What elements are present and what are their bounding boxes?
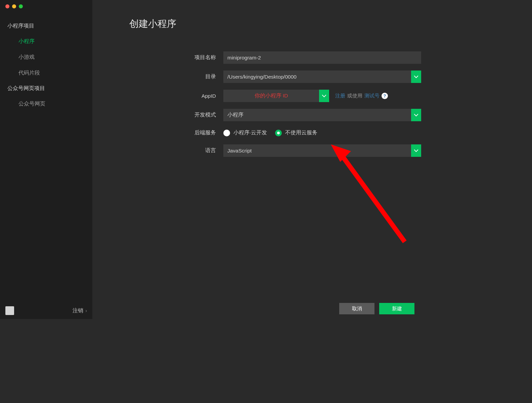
logout-label: 注销 <box>73 307 83 314</box>
chevron-down-icon[interactable] <box>411 144 421 157</box>
radio-icon-selected <box>275 130 282 136</box>
directory-select[interactable]: /Users/kingying/Desktop/0000 <box>223 71 421 83</box>
radio-cloud-dev[interactable]: 小程序·云开发 <box>223 129 267 136</box>
radio-label-cloud: 小程序·云开发 <box>233 129 267 136</box>
window-controls <box>5 4 23 8</box>
main-panel: 创建小程序 项目名称 目录 /Users/kingying/Desktop/00… <box>92 0 421 319</box>
help-icon[interactable]: ? <box>382 93 388 99</box>
language-select[interactable]: JavaScript <box>223 144 421 157</box>
cancel-button[interactable]: 取消 <box>339 303 374 314</box>
label-dev-mode: 开发模式 <box>166 111 223 119</box>
chevron-down-icon[interactable] <box>411 109 421 121</box>
footer: 取消 新建 <box>92 298 421 319</box>
radio-no-cloud[interactable]: 不使用云服务 <box>275 129 317 136</box>
sidebar: 小程序项目 小程序 小游戏 代码片段 公众号网页项目 公众号网页 注销 › <box>0 0 92 319</box>
sidebar-item-minigame[interactable]: 小游戏 <box>0 49 92 65</box>
chevron-right-icon: › <box>85 308 87 313</box>
sidebar-item-miniprogram[interactable]: 小程序 <box>0 34 92 49</box>
chevron-down-icon[interactable] <box>411 71 421 83</box>
dev-mode-value: 小程序 <box>223 109 411 121</box>
avatar[interactable] <box>5 306 14 315</box>
language-value: JavaScript <box>223 144 411 157</box>
sidebar-item-snippets[interactable]: 代码片段 <box>0 65 92 81</box>
label-backend: 后端服务 <box>166 129 223 136</box>
appid-select[interactable]: 你的小程序 ID <box>223 90 329 102</box>
create-button[interactable]: 新建 <box>379 303 414 314</box>
register-link[interactable]: 注册 <box>335 93 345 99</box>
appid-placeholder: 你的小程序 ID <box>223 90 319 102</box>
project-name-input[interactable] <box>223 51 421 64</box>
close-window-button[interactable] <box>5 4 9 8</box>
page-title: 创建小程序 <box>129 0 421 36</box>
dev-mode-select[interactable]: 小程序 <box>223 109 421 121</box>
chevron-down-icon[interactable] <box>319 90 329 102</box>
appid-hints: 注册 或使用 测试号 ? <box>335 93 388 99</box>
label-project-name: 项目名称 <box>166 54 223 61</box>
label-appid: AppID <box>166 93 223 99</box>
directory-value: /Users/kingying/Desktop/0000 <box>223 71 411 83</box>
hint-or-use: 或使用 <box>347 93 362 99</box>
logout-button[interactable]: 注销 › <box>73 307 87 314</box>
maximize-window-button[interactable] <box>19 4 23 8</box>
sidebar-item-official-page[interactable]: 公众号网页 <box>0 96 92 112</box>
radio-label-nocloud: 不使用云服务 <box>285 129 317 136</box>
sidebar-group-miniprogram: 小程序项目 <box>0 18 92 34</box>
test-id-link[interactable]: 测试号 <box>364 93 380 99</box>
minimize-window-button[interactable] <box>12 4 16 8</box>
radio-icon <box>223 130 230 136</box>
label-directory: 目录 <box>166 73 223 80</box>
sidebar-group-official: 公众号网页项目 <box>0 81 92 96</box>
label-language: 语言 <box>166 147 223 154</box>
